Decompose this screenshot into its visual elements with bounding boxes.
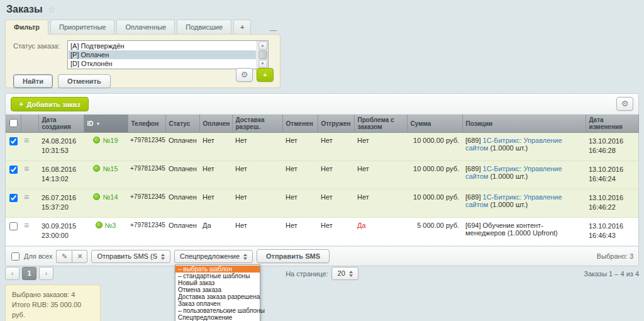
cell-id: №19 [84, 133, 128, 161]
table-row[interactable]: ≡ 24.08.201610:31:53 №19 +79781234567 Оп… [6, 133, 638, 161]
group-actions-bar: Для всех ✎ ✕ Отправить SMS (S Спецпредло… [6, 246, 638, 266]
column-header-paid[interactable]: Оплачен [199, 115, 232, 133]
for-all-checkbox[interactable] [11, 252, 19, 261]
template-dropdown-menu: – выбрать шаблон – стандартные шаблоны Н… [175, 264, 260, 321]
created-date: 24.08.2016 [42, 137, 80, 146]
row-checkbox[interactable] [9, 166, 18, 174]
add-order-button[interactable]: +Добавить заказ [11, 97, 89, 111]
cell-sum: 10 000.00 руб. [407, 161, 462, 189]
row-checkbox[interactable] [9, 137, 18, 145]
add-tab-button[interactable]: + [233, 20, 251, 34]
filter-panel: Статус заказа: [A] Подтверждён [P] Оплач… [5, 34, 280, 88]
cell-shipped: Нет [318, 161, 354, 189]
sort-desc-icon: ▼ [96, 121, 101, 126]
find-button[interactable]: Найти [13, 74, 53, 88]
table-row[interactable]: ≡ 16.08.201614:13:02 №15 +79781234567 Оп… [6, 161, 638, 189]
position-code: [689] [465, 137, 480, 144]
cell-status: Оплачен [165, 189, 199, 218]
column-header-sum[interactable]: Сумма [407, 115, 462, 133]
group-action-value: Отправить SMS (S [97, 252, 157, 260]
column-header-status[interactable]: Статус [165, 115, 199, 133]
cell-canceled: Нет [282, 218, 318, 246]
modified-time: 16:46:22 [589, 203, 635, 212]
send-sms-button[interactable]: Отправить SMS [257, 249, 330, 263]
dropdown-item[interactable]: – выбрать шаблон [175, 266, 260, 273]
dropdown-item[interactable]: Новый заказ [175, 279, 260, 286]
status-dot-icon [93, 165, 100, 172]
cell-canceled: Нет [282, 189, 318, 218]
favorite-star-icon[interactable]: ☆ [48, 4, 56, 14]
summary-total: Итого RUB: 35 000.00 руб. [12, 300, 94, 320]
row-menu-header [21, 115, 38, 133]
row-menu-icon[interactable]: ≡ [24, 164, 29, 174]
prev-page-button[interactable]: ‹ [5, 267, 19, 280]
current-page-button[interactable]: 1 [22, 267, 36, 280]
status-option-confirmed[interactable]: [A] Подтверждён [69, 42, 256, 50]
column-header-problem[interactable]: Проблема с заказом [354, 115, 407, 133]
table-row[interactable]: ≡ 26.07.201615:37:20 №14 +79781234567 Оп… [6, 189, 638, 218]
position-qty: (1.0000 шт.) [490, 172, 528, 180]
filter-collapse-button[interactable]: — [266, 26, 280, 34]
dropdown-item[interactable]: – стандартные шаблоны [175, 273, 260, 279]
listbox-scrollbar[interactable]: ▲ ▼ [257, 41, 268, 69]
gear-icon: ⚙ [241, 70, 248, 79]
row-menu-icon[interactable]: ≡ [24, 192, 29, 202]
tab-paid[interactable]: Оплаченные [116, 20, 175, 34]
status-option-paid[interactable]: [P] Оплачен [69, 50, 256, 59]
column-header-positions[interactable]: Позиции [462, 115, 586, 133]
select-all-header [6, 115, 21, 133]
dropdown-item[interactable]: Заказ оплачен [175, 300, 260, 307]
row-menu-icon[interactable]: ≡ [24, 220, 29, 230]
row-menu-icon[interactable]: ≡ [24, 135, 29, 145]
scrollbar-thumb[interactable] [258, 50, 267, 59]
select-all-checkbox[interactable] [9, 119, 18, 127]
cell-shipped: Нет [318, 218, 354, 246]
cell-created: 16.08.201614:13:02 [38, 161, 84, 189]
scroll-up-icon[interactable]: ▲ [258, 42, 267, 50]
grid-settings-button[interactable]: ⚙ [616, 97, 633, 111]
row-checkbox[interactable] [9, 222, 18, 230]
plus-icon: + [263, 71, 267, 79]
cancel-button[interactable]: Отменить [58, 74, 111, 88]
group-action-select[interactable]: Отправить SMS (S [91, 250, 170, 263]
scroll-down-icon[interactable]: ▼ [258, 60, 267, 68]
sms-template-select[interactable]: Спецпредложение – выбрать шаблон – станд… [174, 250, 253, 263]
tab-pending[interactable]: Подвисшие [177, 20, 231, 34]
cell-check [6, 133, 21, 161]
filter-add-field-button[interactable]: + [257, 68, 274, 82]
id-header-label: ID [87, 120, 94, 127]
next-page-button[interactable]: › [39, 267, 53, 280]
dropdown-item[interactable]: Доставка заказа разрешена [175, 293, 260, 300]
table-row[interactable]: ≡ 30.09.201523:00:00 №3 +79781234567 Опл… [6, 218, 638, 246]
cell-phone: +79781234567 [128, 218, 165, 246]
status-option-declined[interactable]: [D] Отклонён [69, 59, 256, 68]
tab-filter[interactable]: Фильтр [5, 20, 48, 35]
dropdown-item[interactable]: – пользовательские шаблоны [175, 307, 260, 314]
column-header-modified[interactable]: Дата изменения [586, 115, 638, 133]
order-number: №14 [103, 193, 118, 201]
status-filter-listbox[interactable]: [A] Подтверждён [P] Оплачен [D] Отклонён… [67, 40, 269, 69]
tab-priority[interactable]: Приоритетные [50, 20, 114, 34]
dropdown-item[interactable]: Отмена заказа [175, 286, 260, 293]
pagination-bar: ‹ 1 › На странице: 20 Заказы 1 – 4 из 4 [5, 267, 639, 280]
column-header-shipped[interactable]: Отгружен [318, 115, 354, 133]
position-qty: (1.0000 Upfront) [508, 229, 558, 237]
column-header-id[interactable]: ID▼ [84, 115, 128, 133]
column-header-created[interactable]: Дата создания [38, 115, 84, 133]
per-page-select[interactable]: 20 [332, 267, 358, 280]
row-checkbox[interactable] [9, 194, 18, 202]
cell-modified: 13.10.201616:46:22 [586, 189, 638, 218]
for-all-label: Для всех [24, 252, 52, 260]
filter-settings-button[interactable]: ⚙ [236, 68, 253, 82]
column-header-phone[interactable]: Телефон [128, 115, 165, 133]
modified-time: 16:46:43 [589, 231, 635, 240]
delete-selected-button[interactable]: ✕ [72, 250, 87, 263]
cell-check [6, 189, 21, 218]
edit-selected-button[interactable]: ✎ [56, 250, 72, 263]
column-header-canceled[interactable]: Отменен [282, 115, 318, 133]
grid-toolbar: +Добавить заказ ⚙ [6, 94, 638, 115]
modified-date: 13.10.2016 [589, 193, 635, 203]
position-code: [694] [465, 222, 480, 229]
column-header-delivery[interactable]: Доставка разреш. [232, 115, 282, 133]
dropdown-item[interactable]: Спецпредложение [175, 314, 260, 321]
